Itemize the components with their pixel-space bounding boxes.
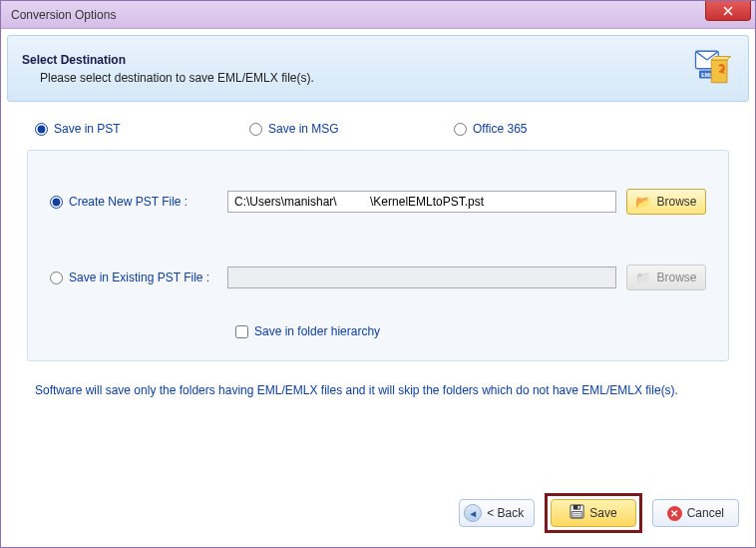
radio-office-365-input[interactable] [454,123,467,136]
header-title: Select Destination [22,53,314,67]
radio-label: Save in MSG [268,122,339,136]
save-button[interactable]: Save [551,499,635,527]
svg-rect-5 [578,506,580,509]
footer-buttons: ◄ < Back Save ✕ Cancel [7,487,749,541]
button-label: Browse [656,195,696,209]
header-panel: Select Destination Please select destina… [7,35,749,102]
checkbox-label: Save in folder hierarchy [254,324,380,338]
button-label: Cancel [687,506,724,520]
radio-save-in-pst[interactable]: Save in PST [35,122,249,136]
arrow-left-icon: ◄ [464,504,482,522]
folder-open-icon: 📂 [635,195,651,210]
radio-label: Office 365 [473,122,527,136]
info-note: Software will save only the folders havi… [7,361,749,419]
radio-label: Save in PST [54,122,121,136]
close-button[interactable] [705,1,751,21]
folder-icon: 📁 [635,271,651,285]
checkbox-folder-hierarchy[interactable]: Save in folder hierarchy [50,324,706,338]
browse-existing-button: 📁 Browse [626,265,706,290]
button-label: Browse [656,271,696,284]
radio-create-new-pst[interactable]: Create New PST File : [50,195,217,209]
radio-save-in-msg[interactable]: Save in MSG [249,122,454,136]
radio-label: Create New PST File : [69,195,188,209]
radio-create-new-pst-input[interactable] [50,196,63,209]
cancel-button[interactable]: ✕ Cancel [652,499,739,527]
save-highlight-frame: Save [545,493,641,533]
cancel-x-icon: ✕ [667,506,682,521]
button-label: < Back [487,506,524,520]
checkbox-folder-hierarchy-input[interactable] [235,325,248,338]
radio-office-365[interactable]: Office 365 [454,122,527,136]
button-label: Save [589,506,616,520]
create-new-path-input[interactable] [227,191,616,213]
titlebar: Conversion Options [1,1,755,29]
radio-label: Save in Existing PST File : [69,271,209,284]
existing-path-input [227,267,616,288]
eml-to-pst-icon: EML [692,46,734,91]
header-subtitle: Please select destination to save EML/EM… [22,71,314,85]
radio-save-existing-pst[interactable]: Save in Existing PST File : [50,271,217,284]
back-button[interactable]: ◄ < Back [459,499,535,527]
browse-create-button[interactable]: 📂 Browse [626,189,706,215]
radio-save-in-msg-input[interactable] [249,123,262,136]
radio-save-existing-pst-input[interactable] [50,272,63,284]
svg-rect-6 [572,512,581,518]
window-title: Conversion Options [11,8,116,22]
floppy-disk-icon [569,504,584,522]
radio-save-in-pst-input[interactable] [35,123,48,136]
pst-options-panel: Create New PST File : 📂 Browse Save in E… [27,150,729,361]
close-icon [723,6,733,16]
destination-radio-group: Save in PST Save in MSG Office 365 [7,102,749,150]
